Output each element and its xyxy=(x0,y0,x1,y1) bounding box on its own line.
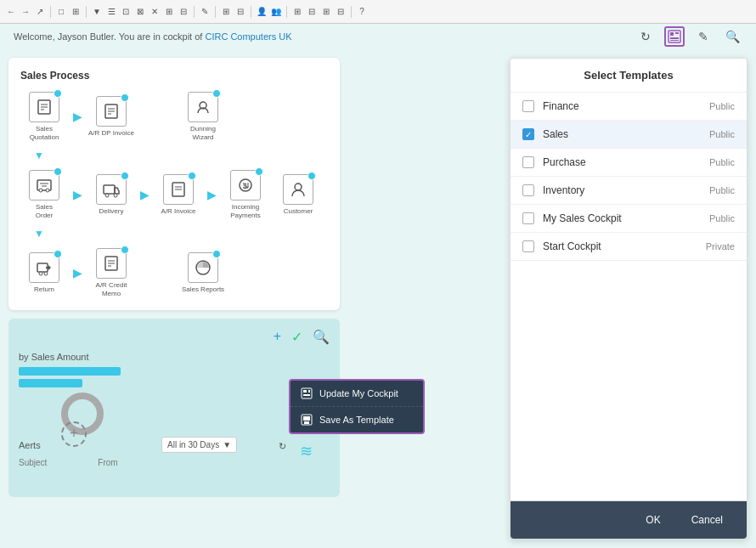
process-row-3: Return ▶ A/R Cred xyxy=(20,248,328,297)
welcome-actions: ↻ ✎ 🔍 xyxy=(635,26,742,47)
save-template-icon xyxy=(301,414,313,426)
template-item-purchase[interactable]: Purchase Public xyxy=(511,149,747,177)
table-icon[interactable]: ⊟ xyxy=(234,6,246,18)
template-item-inventory[interactable]: Inventory Public xyxy=(511,177,747,205)
copy-icon[interactable]: ⊡ xyxy=(120,6,132,18)
svg-point-27 xyxy=(39,272,42,275)
add-widget-header-icon[interactable]: + xyxy=(274,329,281,345)
receive-icon[interactable]: ⊟ xyxy=(335,6,347,18)
help-icon[interactable]: ? xyxy=(356,6,368,18)
template-vis-finance: Public xyxy=(709,101,735,111)
process-item-arp-invoice[interactable]: A/R DP Invoice xyxy=(87,96,135,138)
process-item-incoming-payments[interactable]: $ IncomingPayments xyxy=(222,170,269,219)
dunning-icon-box xyxy=(188,92,218,122)
svg-rect-34 xyxy=(302,388,312,398)
panel-title: Select Templates xyxy=(511,59,747,93)
process-item-dunning[interactable]: DunningWizard xyxy=(179,92,227,141)
refresh-icon[interactable]: ↻ xyxy=(635,26,656,47)
template-item-sales[interactable]: Sales Public xyxy=(511,121,747,149)
find-icon[interactable]: ⊟ xyxy=(178,6,189,18)
incoming-svg: $ xyxy=(237,177,254,194)
ok-button[interactable]: OK xyxy=(634,510,672,530)
send-icon[interactable]: ⊞ xyxy=(320,6,332,18)
template-vis-my-sales: Public xyxy=(709,213,735,223)
magnifier-icon[interactable]: 🔍 xyxy=(722,26,742,47)
confirm-icon[interactable]: ✓ xyxy=(291,329,302,345)
pencil-icon[interactable]: ✎ xyxy=(693,26,714,47)
template-checkbox-finance[interactable] xyxy=(522,100,534,112)
chart-icon[interactable]: ⊞ xyxy=(220,6,232,18)
return-svg xyxy=(36,259,53,276)
user-icon[interactable]: 👤 xyxy=(256,6,268,18)
svg-rect-37 xyxy=(303,394,310,396)
template-item-start[interactable]: Start Cockpit Private xyxy=(511,233,747,261)
arp-invoice-icon-box xyxy=(96,96,127,127)
separator xyxy=(286,6,287,18)
cancel-button[interactable]: Cancel xyxy=(680,510,735,530)
export-icon[interactable]: ⊞ xyxy=(291,6,303,18)
alerts-label: Aerts xyxy=(19,440,41,450)
template-svg xyxy=(668,30,681,43)
window-icon[interactable]: □ xyxy=(55,6,67,18)
process-item-sales-order[interactable]: SalesOrder xyxy=(20,170,68,219)
arrow-down-2: ▼ xyxy=(34,228,44,240)
update-cockpit-icon xyxy=(301,387,313,399)
forward-icon[interactable]: → xyxy=(20,6,31,18)
template-checkbox-start[interactable] xyxy=(522,240,534,252)
process-item-ar-invoice[interactable]: A/R Invoice xyxy=(155,174,202,216)
process-item-delivery[interactable]: Delivery xyxy=(87,174,135,216)
process-item-customer[interactable]: Customer xyxy=(274,174,322,216)
update-cockpit-item[interactable]: Update My Cockpit xyxy=(291,381,423,407)
arrow-3: ▶ xyxy=(140,188,150,201)
credit-memo-badge xyxy=(121,246,129,254)
link-icon[interactable]: ↗ xyxy=(34,6,46,18)
template-icon[interactable] xyxy=(664,26,685,47)
import-icon[interactable]: ⊟ xyxy=(306,6,318,18)
process-item-sales-reports[interactable]: Sales Reports xyxy=(179,252,227,294)
list-icon[interactable]: ☰ xyxy=(105,6,117,18)
company-link[interactable]: CIRC Computers UK xyxy=(205,31,291,42)
template-checkbox-my-sales[interactable] xyxy=(522,212,534,224)
date-filter-dropdown[interactable]: All in 30 Days ▼ xyxy=(161,437,237,453)
process-item-credit-memo[interactable]: A/R CreditMemo xyxy=(87,248,135,297)
subject-from-row: Subject From xyxy=(19,458,118,467)
delete-icon[interactable]: ✕ xyxy=(149,6,161,18)
template-checkbox-inventory[interactable] xyxy=(522,184,534,196)
save-template-item[interactable]: Save As Template xyxy=(291,407,423,432)
quotation-svg xyxy=(36,99,53,116)
welcome-bar: Welcome, Jayson Butler. You are in cockp… xyxy=(0,24,756,49)
panel-footer: OK Cancel xyxy=(511,500,747,539)
arrow-1: ▶ xyxy=(73,110,82,123)
dunning-badge xyxy=(212,89,221,98)
process-item-quotation[interactable]: SalesQuotation xyxy=(20,92,68,141)
sales-amount-label: by Sales Amount xyxy=(19,352,330,362)
refresh-small-icon[interactable]: ↻ xyxy=(279,441,286,452)
paste-icon[interactable]: ⊠ xyxy=(134,6,146,18)
svg-point-16 xyxy=(46,189,49,192)
delivery-svg xyxy=(103,181,120,198)
template-checkbox-sales[interactable] xyxy=(522,128,534,140)
chart-lines-icon: ≋ xyxy=(300,442,313,460)
dropdown-arrow-pointer xyxy=(350,379,364,381)
svg-rect-4 xyxy=(670,40,679,41)
template-checkbox-purchase[interactable] xyxy=(522,156,534,168)
filter-icon[interactable]: ▼ xyxy=(91,6,103,18)
template-item-finance[interactable]: Finance Public xyxy=(511,93,747,121)
template-item-my-sales[interactable]: My Sales Cockpit Public xyxy=(511,205,747,233)
ar-invoice-label: A/R Invoice xyxy=(161,207,196,216)
add-widget-button[interactable]: + xyxy=(61,421,87,447)
separator xyxy=(351,6,352,18)
customer-svg xyxy=(290,181,307,198)
sales-order-label: SalesOrder xyxy=(36,203,53,219)
search2-icon[interactable]: ⊞ xyxy=(163,6,175,18)
from-label: From xyxy=(98,458,117,467)
save-template-label: Save As Template xyxy=(319,415,394,425)
back-icon[interactable]: ← xyxy=(5,6,17,18)
process-item-return[interactable]: Return xyxy=(20,252,68,294)
users-icon[interactable]: 👥 xyxy=(270,6,282,18)
separator xyxy=(86,6,87,18)
template-vis-inventory: Public xyxy=(709,185,735,195)
grid-icon[interactable]: ⊞ xyxy=(70,6,82,18)
search-widget-icon[interactable]: 🔍 xyxy=(313,329,330,345)
edit-icon[interactable]: ✎ xyxy=(199,6,211,18)
